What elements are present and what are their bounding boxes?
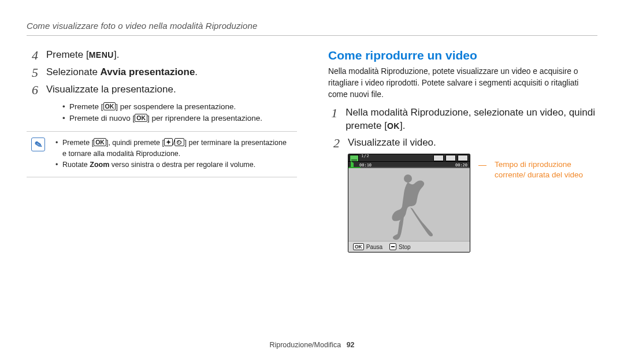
note-item: Premete [OK], quindi premete [✦/⏲] per t… bbox=[55, 138, 291, 159]
video-footer-bar: OK Pausa Stop bbox=[348, 241, 470, 252]
step-1: 1 Nella modalità Riproduzione, seleziona… bbox=[328, 106, 597, 133]
step-number: 1 bbox=[328, 106, 337, 120]
stop-icon bbox=[389, 243, 396, 250]
step-6: 6 Visualizzate la presentazione. bbox=[27, 83, 297, 97]
text: . bbox=[195, 66, 198, 77]
video-playback-mock: 1/2 00:10 00:20 bbox=[348, 154, 470, 252]
time-callout: Tempo di riproduzione corrente/ durata d… bbox=[495, 159, 597, 180]
video-index: 1/2 bbox=[361, 154, 369, 158]
text: Nella modalità Riproduzione, selezionate… bbox=[346, 107, 595, 131]
timer-icon: ⏲ bbox=[174, 138, 184, 146]
osd-top-bar: 1/2 bbox=[348, 154, 470, 161]
osd-time-bar: 00:10 00:20 bbox=[348, 161, 470, 168]
osd-status-icons bbox=[433, 155, 468, 161]
step-text: Visualizzate la presentazione. bbox=[46, 83, 176, 96]
text: Ruotate bbox=[62, 161, 90, 169]
step-text: Nella modalità Riproduzione, selezionate… bbox=[346, 106, 597, 133]
page-number: 92 bbox=[347, 341, 355, 349]
callout-leader-line bbox=[478, 165, 486, 166]
right-column: Come riprodurre un video Nella modalità … bbox=[328, 49, 597, 252]
text: ]. bbox=[114, 49, 119, 60]
step-text: Selezionate Avvia presentazione. bbox=[46, 66, 198, 79]
note-box: ✎ Premete [OK], quindi premete [✦/⏲] per… bbox=[27, 131, 297, 177]
text: Premete [ bbox=[62, 139, 94, 147]
ok-chip: OK bbox=[353, 243, 364, 250]
counter-icon bbox=[458, 155, 468, 161]
page-header: Come visualizzare foto o video nella mod… bbox=[27, 21, 597, 31]
text: ], quindi premete [ bbox=[106, 139, 164, 147]
pause-label: Pausa bbox=[366, 244, 382, 250]
card-icon bbox=[445, 155, 456, 161]
ok-button-label: OK bbox=[387, 121, 400, 131]
step-text: Premete [MENU]. bbox=[46, 49, 119, 62]
video-area bbox=[348, 168, 470, 241]
flash-icon: ✦ bbox=[164, 138, 173, 146]
step-number: 5 bbox=[27, 66, 38, 80]
text: verso sinistra o destra per regolare il … bbox=[109, 161, 255, 169]
video-example-row: 1/2 00:10 00:20 bbox=[348, 154, 597, 252]
svg-point-0 bbox=[404, 174, 412, 183]
left-column: 4 Premete [MENU]. 5 Selezionate Avvia pr… bbox=[27, 49, 297, 252]
step-number: 6 bbox=[27, 83, 38, 97]
sub-item: Premete di nuovo [OK] per riprendere la … bbox=[62, 113, 297, 124]
text: Premete [ bbox=[69, 102, 103, 111]
step-number: 4 bbox=[27, 49, 38, 62]
emphasis: Avvia presentazione bbox=[101, 66, 195, 77]
ok-button-label: OK bbox=[135, 114, 147, 122]
step6-sublist: Premete [OK] per sospendere la presentaz… bbox=[62, 101, 297, 125]
page-footer: Riproduzione/Modifica 92 bbox=[0, 341, 624, 349]
step-text: Visualizzate il video. bbox=[348, 136, 436, 150]
step-number: 2 bbox=[328, 136, 340, 150]
section-title: Come riprodurre un video bbox=[328, 49, 597, 62]
emphasis: Zoom bbox=[90, 161, 109, 169]
sub-item: Premete [OK] per sospendere la presentaz… bbox=[62, 101, 297, 113]
note-item: Ruotate Zoom verso sinistra o destra per… bbox=[55, 159, 291, 170]
text: ] per riprendere la presentazione. bbox=[147, 114, 262, 122]
text: ] per sospendere la presentazione. bbox=[116, 102, 236, 111]
menu-button-label: MENU bbox=[89, 50, 114, 60]
note-icon: ✎ bbox=[31, 138, 45, 151]
text: Selezionate bbox=[46, 66, 101, 77]
stop-label: Stop bbox=[399, 244, 411, 250]
ok-button-label: OK bbox=[94, 138, 106, 146]
step-4: 4 Premete [MENU]. bbox=[27, 49, 297, 62]
step-5: 5 Selezionate Avvia presentazione. bbox=[27, 66, 297, 80]
step-2: 2 Visualizzate il video. bbox=[328, 136, 597, 150]
text: ]. bbox=[400, 120, 405, 131]
section-intro: Nella modalità Riproduzione, potete visu… bbox=[328, 66, 597, 101]
ok-button-label: OK bbox=[103, 102, 116, 110]
text: Premete [ bbox=[46, 49, 89, 60]
text: Premete di nuovo [ bbox=[69, 114, 135, 122]
header-rule bbox=[27, 35, 597, 36]
footer-section: Riproduzione/Modifica bbox=[269, 341, 341, 349]
dancer-silhouette-icon bbox=[385, 173, 433, 241]
battery-icon bbox=[433, 155, 444, 161]
